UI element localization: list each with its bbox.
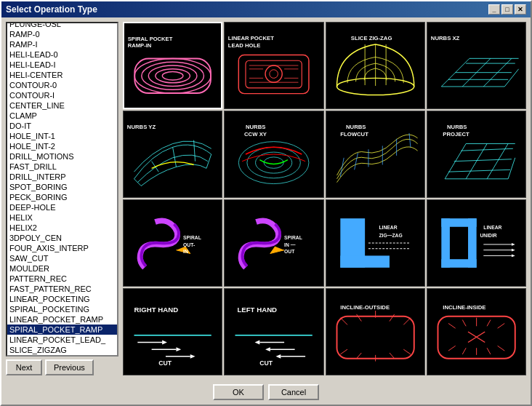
svg-text:CUT: CUT xyxy=(260,359,274,367)
svg-text:PROJECT: PROJECT xyxy=(443,131,469,138)
list-item[interactable]: HELI-LEAD-I xyxy=(7,60,117,70)
list-item[interactable]: PLUNGE-OSL xyxy=(7,22,117,29)
operation-list[interactable]: PLUNGE-0PLUNGE-IPLUNGE-OSLRAMP-0RAMP-IHE… xyxy=(6,22,118,357)
svg-text:NURBS YZ: NURBS YZ xyxy=(127,124,156,130)
close-button[interactable]: ✕ xyxy=(515,4,526,15)
svg-text:SLICE ZIG-ZAG: SLICE ZIG-ZAG xyxy=(350,35,392,41)
grid-cell-linear-unidir[interactable]: LINEAR UNIDIR xyxy=(427,199,526,287)
list-item[interactable]: 3DPOLY_CEN xyxy=(7,233,117,243)
title-bar-buttons: _ □ ✕ xyxy=(488,4,526,15)
list-item[interactable]: FAST_PATTERN_REC xyxy=(7,284,117,294)
list-item[interactable]: CENTER_LINE xyxy=(7,100,117,111)
svg-text:SPIRAL POCKET: SPIRAL POCKET xyxy=(128,36,173,42)
grid-cell-nurbs-ccw-xy[interactable]: NURBS CCW XY xyxy=(224,111,323,198)
title-bar: Select Operation Type _ □ ✕ xyxy=(1,1,531,17)
svg-text:CUT: CUT xyxy=(158,359,172,367)
list-item[interactable]: FOUR_AXIS_INTERP xyxy=(7,243,117,253)
list-item[interactable]: DEEP-HOLE xyxy=(7,202,117,212)
list-item[interactable]: CLAMP xyxy=(7,111,117,121)
grid-cell-left-hand-cut[interactable]: LEFT HAND CUT xyxy=(224,288,323,375)
bottom-bar: OK Cancel xyxy=(1,380,531,405)
window-title: Select Operation Type xyxy=(6,4,97,15)
list-item[interactable]: CONTOUR-0 xyxy=(7,80,117,90)
svg-text:NURBS: NURBS xyxy=(447,124,467,130)
main-content: PLUNGE-0PLUNGE-IPLUNGE-OSLRAMP-0RAMP-IHE… xyxy=(1,17,531,380)
list-item[interactable]: PECK_BORING xyxy=(7,192,117,202)
svg-text:LEAD HOLE: LEAD HOLE xyxy=(228,42,261,49)
svg-text:OUT-: OUT- xyxy=(183,242,195,247)
grid-cell-spiral-out-in[interactable]: SPIRAL OUT- IN xyxy=(123,199,222,287)
grid-cell-slice-zigzag[interactable]: SLICE ZIG-ZAG xyxy=(326,22,425,109)
list-item[interactable]: SAW_CUT xyxy=(7,253,117,263)
svg-text:RIGHT HAND: RIGHT HAND xyxy=(134,306,178,314)
svg-rect-93 xyxy=(441,259,476,268)
grid-cell-spiral-pocket-ramp[interactable]: SPIRAL POCKET RAMP-IN xyxy=(123,22,222,109)
cancel-button[interactable]: Cancel xyxy=(268,384,319,400)
list-item[interactable]: SLICE_ZIGZAG xyxy=(7,345,117,355)
grid-cell-spiral-in-out[interactable]: SPIRAL IN — OUT xyxy=(224,199,323,287)
svg-text:LEFT HAND: LEFT HAND xyxy=(238,306,278,314)
list-item[interactable]: HELIX2 xyxy=(7,223,117,233)
svg-text:LINEAR: LINEAR xyxy=(483,225,501,230)
grid-cell-incline-inside[interactable]: INCLINE-INSIDE xyxy=(427,288,526,375)
list-item[interactable]: DRILL_INTERP xyxy=(7,172,117,182)
svg-text:SPIRAL: SPIRAL xyxy=(284,235,302,240)
list-item[interactable]: HOLE_INT-2 xyxy=(7,141,117,151)
svg-text:CCW XY: CCW XY xyxy=(244,131,267,138)
list-item[interactable]: LINEAR_POCKET_RAMP xyxy=(7,314,117,325)
svg-text:FLOWCUT: FLOWCUT xyxy=(340,131,368,138)
svg-rect-53 xyxy=(326,119,424,190)
list-item[interactable]: PATTERN_REC xyxy=(7,274,117,284)
grid-cell-linear-zigzag[interactable]: LINEAR ZIG—ZAG xyxy=(326,199,425,287)
grid-cell-incline-outside[interactable]: INCLINE-OUTSIDE xyxy=(326,288,425,375)
grid-cell-right-hand-cut[interactable]: RIGHT HAND CUT xyxy=(123,288,222,375)
list-item[interactable]: HOLE_INT-1 xyxy=(7,131,117,141)
svg-text:RAMP-IN: RAMP-IN xyxy=(128,42,152,49)
list-item[interactable]: MOULDER xyxy=(7,263,117,274)
operation-grid: SPIRAL POCKET RAMP-IN LINEAR POCKET xyxy=(123,22,526,375)
svg-rect-92 xyxy=(441,218,476,227)
grid-cell-nurbs-xz[interactable]: NURBS XZ xyxy=(427,22,526,109)
list-item[interactable]: DO-IT xyxy=(7,121,117,131)
svg-rect-84 xyxy=(340,255,390,267)
previous-button[interactable]: Previous xyxy=(45,359,94,375)
svg-text:UNIDIR: UNIDIR xyxy=(480,233,496,238)
svg-text:OUT: OUT xyxy=(284,249,295,254)
svg-text:INCLINE-OUTSIDE: INCLINE-OUTSIDE xyxy=(340,304,390,311)
grid-cell-nurbs-flowcut[interactable]: NURBS FLOWCUT xyxy=(326,111,425,198)
list-item[interactable]: CONTOUR-I xyxy=(7,90,117,100)
svg-text:LINEAR: LINEAR xyxy=(379,225,397,230)
nav-buttons: Next Previous xyxy=(6,359,118,375)
list-item[interactable]: LINEAR_POCKET_LEAD_ xyxy=(7,335,117,345)
list-item[interactable]: DRILL_MOTIONS xyxy=(7,151,117,162)
maximize-button[interactable]: □ xyxy=(501,4,513,15)
svg-text:LINEAR POCKET: LINEAR POCKET xyxy=(228,35,274,41)
grid-cell-nurbs-project[interactable]: NURBS PROJECT xyxy=(427,111,526,198)
list-item[interactable]: SPIRAL_POCKETING xyxy=(7,304,117,314)
main-window: Select Operation Type _ □ ✕ PLUNGE-0PLUN… xyxy=(0,0,532,406)
list-item[interactable]: SPOT_BORING xyxy=(7,182,117,192)
left-panel: PLUNGE-0PLUNGE-IPLUNGE-OSLRAMP-0RAMP-IHE… xyxy=(6,22,118,375)
svg-text:SPIRAL: SPIRAL xyxy=(183,235,201,240)
svg-text:NURBS: NURBS xyxy=(246,124,265,130)
svg-text:INCLINE-INSIDE: INCLINE-INSIDE xyxy=(443,304,485,311)
svg-text:IN: IN xyxy=(183,249,188,254)
list-item[interactable]: HELIX xyxy=(7,212,117,223)
svg-text:ZIG—ZAG: ZIG—ZAG xyxy=(379,233,402,238)
list-item[interactable]: SPIRAL_POCKET_RAMP xyxy=(7,325,117,335)
svg-text:NURBS XZ: NURBS XZ xyxy=(431,35,460,41)
svg-text:IN —: IN — xyxy=(284,242,296,247)
svg-text:NURBS: NURBS xyxy=(346,124,366,130)
list-item[interactable]: RAMP-0 xyxy=(7,29,117,39)
minimize-button[interactable]: _ xyxy=(488,4,500,15)
ok-button[interactable]: OK xyxy=(213,384,264,400)
list-item[interactable]: RAMP-I xyxy=(7,39,117,49)
grid-cell-nurbs-yz[interactable]: NURBS YZ xyxy=(123,111,222,198)
list-item[interactable]: FAST_DRILL xyxy=(7,162,117,172)
grid-cell-linear-pocket-lead[interactable]: LINEAR POCKET LEAD HOLE xyxy=(224,22,323,109)
list-item[interactable]: LINEAR_POCKETING xyxy=(7,294,117,304)
list-item[interactable]: HELI-LEAD-0 xyxy=(7,49,117,60)
list-item[interactable]: HELI-CENTER xyxy=(7,70,117,80)
next-button[interactable]: Next xyxy=(6,359,42,375)
